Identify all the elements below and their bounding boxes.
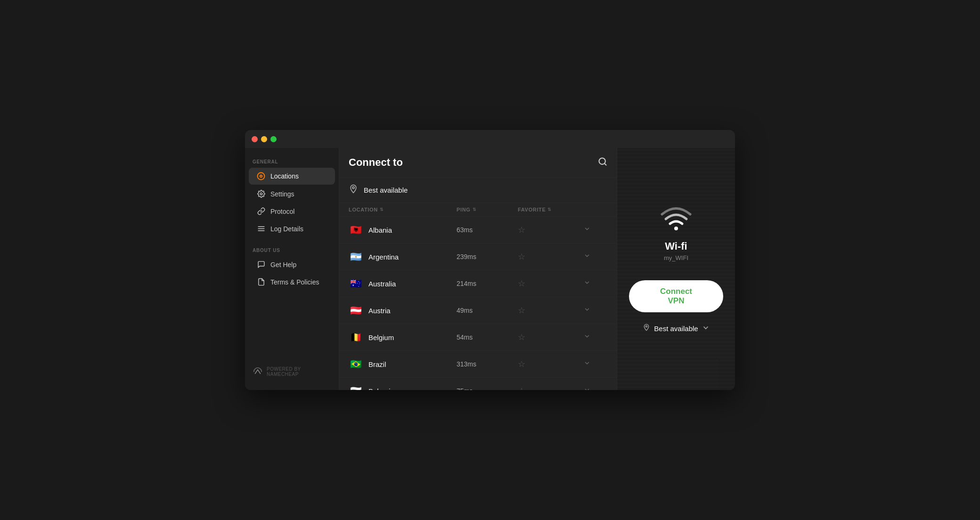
expand-cell [584,333,607,341]
expand-cell [584,226,607,234]
connect-vpn-button[interactable]: Connect VPN [629,280,723,312]
country-name-cell: 🇧🇪 Belgium [349,330,457,344]
log-details-icon [256,225,266,233]
sidebar-item-locations-label: Locations [270,172,299,180]
expand-chevron-icon[interactable] [584,226,590,234]
sidebar-item-settings-label: Settings [270,190,294,198]
flag-icon: 🇦🇷 [349,250,363,264]
country-name-cell: 🇧🇷 Brazil [349,357,457,371]
col-header-ping: PING ⇅ [457,207,518,212]
svg-point-1 [260,175,262,178]
table-row[interactable]: 🇦🇱 Albania 63ms ☆ [339,217,617,244]
get-help-icon [256,260,266,268]
expand-chevron-icon[interactable] [584,360,590,368]
ping-value: 239ms [457,253,518,260]
table-row[interactable]: 🇧🇪 Belgium 54ms ☆ [339,324,617,351]
svg-point-0 [258,173,265,180]
expand-cell [584,306,607,315]
country-name: Austria [368,307,391,315]
maximize-button[interactable] [270,136,277,142]
favorite-star-icon[interactable]: ☆ [518,306,525,315]
right-panel: Wi-fi my_WIFI Connect VPN Best available [617,148,735,390]
favorite-sort-icon[interactable]: ⇅ [547,207,552,212]
country-name-cell: 🇦🇺 Australia [349,276,457,291]
svg-point-10 [646,325,647,327]
favorite-cell: ☆ [518,305,584,316]
svg-point-9 [674,227,678,230]
country-name-cell: 🇦🇹 Austria [349,303,457,317]
favorite-star-icon[interactable]: ☆ [518,279,525,288]
favorite-cell: ☆ [518,359,584,369]
favorite-star-icon[interactable]: ☆ [518,359,525,369]
svg-point-2 [260,193,262,195]
location-selector-label: Best available [654,325,698,333]
world-map-background [617,148,735,390]
col-header-expand [584,207,607,212]
table-row[interactable]: 🇦🇷 Argentina 239ms ☆ [339,244,617,270]
sidebar-item-get-help[interactable]: Get Help [249,256,335,273]
col-header-favorite: FAVORITE ⇅ [518,207,584,212]
ping-value: 313ms [457,360,518,368]
location-header: Connect to [339,148,617,178]
close-button[interactable] [252,136,258,142]
terms-icon [256,278,266,286]
title-bar [245,130,735,148]
search-button[interactable] [598,157,607,169]
favorite-cell: ☆ [518,252,584,262]
favorite-star-icon[interactable]: ☆ [518,225,525,235]
expand-chevron-icon[interactable] [584,387,590,390]
column-headers: LOCATION ⇅ PING ⇅ FAVORITE ⇅ [339,203,617,217]
favorite-cell: ☆ [518,386,584,390]
best-available-row[interactable]: Best available [339,178,617,203]
sidebar-item-protocol-label: Protocol [270,208,294,215]
general-section-label: GENERAL [245,155,339,167]
expand-chevron-icon[interactable] [584,307,590,314]
minimize-button[interactable] [261,136,267,142]
favorite-star-icon[interactable]: ☆ [518,386,525,390]
expand-chevron-icon[interactable] [584,333,590,341]
flag-icon: 🇦🇹 [349,303,363,317]
sidebar-item-terms[interactable]: Terms & Policies [249,274,335,290]
country-name: Albania [368,226,392,234]
sidebar-item-log-details[interactable]: Log Details [249,220,335,237]
flag-icon: 🇧🇬 [349,384,363,390]
flag-icon: 🇧🇷 [349,357,363,371]
sidebar-item-log-details-label: Log Details [270,225,303,233]
expand-cell [584,279,607,288]
table-row[interactable]: 🇦🇺 Australia 214ms ☆ [339,270,617,297]
table-row[interactable]: 🇧🇬 Bulgaria 75ms ☆ [339,378,617,390]
location-sort-icon[interactable]: ⇅ [380,207,384,212]
sidebar-item-locations[interactable]: Locations [249,168,335,185]
location-panel: Connect to Best available [339,148,617,390]
sidebar-item-protocol[interactable]: Protocol [249,203,335,219]
expand-cell [584,360,607,368]
country-name: Belgium [368,333,394,341]
sidebar-item-settings[interactable]: Settings [249,186,335,202]
svg-line-7 [604,163,606,165]
country-name: Bulgaria [368,387,394,390]
location-selector[interactable]: Best available [643,324,709,333]
country-name-cell: 🇦🇱 Albania [349,223,457,237]
country-list: 🇦🇱 Albania 63ms ☆ 🇦🇷 Argentina 239ms [339,217,617,390]
country-name: Brazil [368,360,386,368]
country-name: Australia [368,280,396,288]
expand-cell [584,252,607,261]
table-row[interactable]: 🇦🇹 Austria 49ms ☆ [339,297,617,324]
col-header-location: LOCATION ⇅ [349,207,457,212]
ping-sort-icon[interactable]: ⇅ [473,207,477,212]
expand-chevron-icon[interactable] [584,253,590,260]
sidebar-footer: POWERED BY NAMECHEAP [245,361,339,382]
ping-value: 49ms [457,307,518,314]
expand-chevron-icon[interactable] [584,280,590,287]
location-panel-title: Connect to [349,156,403,169]
best-available-pin-icon [349,184,358,196]
favorite-star-icon[interactable]: ☆ [518,333,525,342]
favorite-star-icon[interactable]: ☆ [518,252,525,261]
location-pin-icon [643,324,650,333]
country-name: Argentina [368,253,399,261]
flag-icon: 🇧🇪 [349,330,363,344]
location-selector-chevron-icon [702,324,710,333]
best-available-label: Best available [364,186,408,194]
table-row[interactable]: 🇧🇷 Brazil 313ms ☆ [339,351,617,378]
expand-cell [584,387,607,390]
